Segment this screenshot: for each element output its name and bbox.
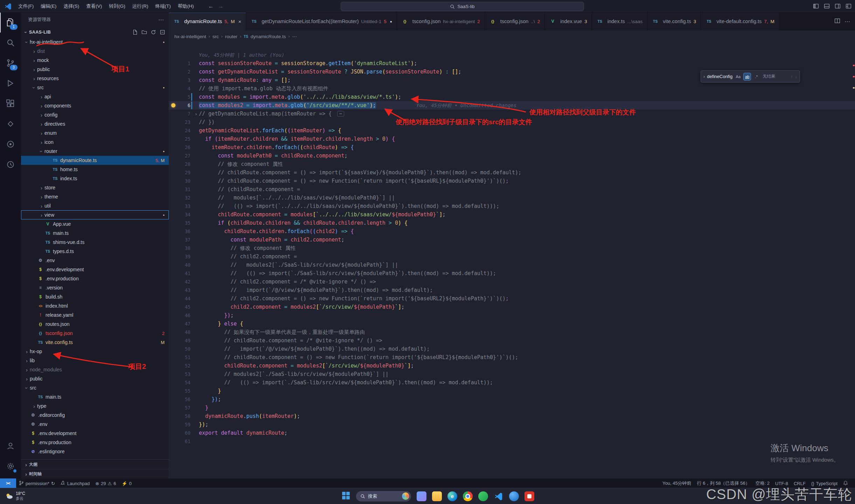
tree-folder-lib[interactable]: ›lib: [21, 356, 169, 365]
status-blame[interactable]: You, 45分钟前: [660, 478, 694, 488]
code-line[interactable]: 50 // import(`/@/view/${modulePath0}`).t…: [169, 345, 855, 353]
tab-tsconfig.json[interactable]: {}tsconfig.json..\2: [485, 12, 545, 30]
tree-folder-directives[interactable]: ›directives: [21, 119, 169, 128]
tree-file-.env.development[interactable]: $.env.development: [21, 429, 169, 438]
code-line[interactable]: 6const modules2 = import.meta.glob('/src…: [169, 101, 855, 110]
tree-folder-node_modules[interactable]: ›node_modules: [21, 365, 169, 374]
tree-folder-public[interactable]: ›public: [21, 65, 169, 74]
code-line[interactable]: 5const modules = import.meta.glob('../..…: [169, 93, 855, 101]
code-line[interactable]: 58 dynamicRoute.push(itemRouter);: [169, 412, 855, 420]
code-line[interactable]: 53 // modules2[`./SaaS-lib/src/view/${mo…: [169, 370, 855, 378]
status-cursor-position[interactable]: 行 6，列 58（已选择 56）: [694, 478, 753, 488]
menu-查看(V)[interactable]: 查看(V): [83, 0, 105, 12]
taskbar-app-vscode[interactable]: [494, 491, 503, 501]
status-notifications[interactable]: [840, 478, 851, 488]
tree-folder-mock[interactable]: ›mock: [21, 56, 169, 65]
tree-file-.env.development[interactable]: $.env.development: [21, 265, 169, 274]
explorer-more-actions-icon[interactable]: ⋯: [158, 16, 164, 23]
tree-file-.env.production[interactable]: $.env.production: [21, 438, 169, 447]
code-line[interactable]: 49 // childRoute.component = /* @vite-ig…: [169, 336, 855, 345]
tree-file-.env.production[interactable]: $.env.production: [21, 274, 169, 283]
remote-indicator[interactable]: ><: [0, 478, 16, 488]
breadcrumb-item[interactable]: router: [225, 34, 237, 39]
code-line[interactable]: 33 // (() => import(`../../../lib/saas/v…: [169, 202, 855, 210]
taskbar-app-file-explorer[interactable]: [432, 491, 442, 501]
tree-file-types.d.ts[interactable]: TStypes.d.ts: [21, 247, 169, 256]
breadcrumb-item[interactable]: dynamicRoute.ts: [251, 34, 286, 39]
code-line[interactable]: 4// 使用 import.meta.glob 动态导入所有视图组件: [169, 84, 855, 93]
tree-folder-hx-op[interactable]: ›hx-op: [21, 347, 169, 356]
tree-file-routes.json[interactable]: {}routes.json: [21, 320, 169, 329]
taskbar-app-app-b[interactable]: [509, 491, 519, 501]
menu-选择(S)[interactable]: 选择(S): [60, 0, 83, 12]
code-line[interactable]: 29 // childRoute.component = () => impor…: [169, 168, 855, 177]
fold-icon[interactable]: ›: [193, 111, 199, 117]
code-line[interactable]: 45 child2.component = modules2[`/src/vie…: [169, 303, 855, 311]
code-line[interactable]: 55 }: [169, 387, 855, 395]
toggle-sidebar-icon[interactable]: [813, 3, 819, 9]
back-icon[interactable]: ←: [207, 3, 216, 9]
menu-帮助(H)[interactable]: 帮助(H): [174, 0, 197, 12]
match-case-icon[interactable]: Aa: [735, 73, 742, 80]
taskbar-app-app-c[interactable]: [524, 491, 534, 501]
tab-index.ts[interactable]: TSindex.ts...\saas: [592, 12, 648, 30]
menu-终端(T)[interactable]: 终端(T): [152, 0, 174, 12]
code-line[interactable]: 32 // modules[`../../../lib/saas/view/${…: [169, 194, 855, 202]
tree-file-.eslintignore[interactable]: ⊘.eslintignore: [21, 447, 169, 456]
toggle-panel-icon[interactable]: [824, 3, 830, 9]
workspace-header[interactable]: › SAAS-LIB: [21, 27, 169, 37]
code-line[interactable]: 25 if (itemRouter.children && itemRouter…: [169, 135, 855, 143]
code-line[interactable]: 43 // import(`/@/view/${modulePath}`).th…: [169, 286, 855, 294]
tree-folder-src[interactable]: ›src●: [21, 83, 169, 92]
tree-folder-util[interactable]: ›util: [21, 201, 169, 210]
code-line[interactable]: 7›// getDynamicRouteList.map(itemRouter …: [169, 110, 855, 118]
activity-extension-a-icon[interactable]: [0, 114, 21, 134]
folded-code-indicator[interactable]: ⋯: [337, 111, 344, 117]
code-line[interactable]: 47 } else {: [169, 320, 855, 328]
code-line[interactable]: 56 });: [169, 395, 855, 404]
tree-folder-theme[interactable]: ›theme: [21, 192, 169, 201]
code-line[interactable]: 35 if (childRoute.children && childRoute…: [169, 219, 855, 227]
status-problems[interactable]: ⊗29⚠6: [92, 478, 119, 488]
overview-ruler[interactable]: [853, 42, 855, 478]
tree-folder-components[interactable]: ›components: [21, 101, 169, 110]
close-icon[interactable]: ×: [238, 19, 242, 24]
tree-file-build.sh[interactable]: $build.sh: [21, 292, 169, 301]
code-line[interactable]: 60export default dynamicRoute;: [169, 429, 855, 437]
status-indentation[interactable]: 空格: 2: [753, 478, 772, 488]
activity-extension-b-icon[interactable]: [0, 134, 21, 154]
tree-file-main.ts[interactable]: TSmain.ts: [21, 229, 169, 238]
customize-layout-icon[interactable]: [846, 3, 851, 9]
status-eol[interactable]: CRLF: [791, 478, 808, 488]
find-next-icon[interactable]: ↓: [795, 74, 798, 79]
section-大纲[interactable]: ›大纲: [21, 460, 169, 469]
code-line[interactable]: 48 // 如果没有下一级菜单代表是一级，重新处理一级菜单路由: [169, 328, 855, 336]
toggle-secondary-sidebar-icon[interactable]: [835, 3, 841, 9]
activity-search-icon[interactable]: [0, 33, 21, 53]
taskbar-app-app-a[interactable]: [478, 491, 488, 501]
start-button[interactable]: [341, 491, 350, 502]
activity-accounts-icon[interactable]: [0, 436, 21, 456]
taskbar-app-edge[interactable]: e: [447, 491, 457, 501]
tree-folder-src[interactable]: ›src: [21, 383, 169, 392]
code-line[interactable]: 61: [169, 437, 855, 446]
code-line[interactable]: 42 // child2.component = /* @vite-ignore…: [169, 278, 855, 286]
section-时间轴[interactable]: ›时间轴: [21, 469, 169, 478]
tree-file-main.ts[interactable]: TSmain.ts: [21, 392, 169, 401]
tree-file-shims-vue.d.ts[interactable]: TSshims-vue.d.ts: [21, 238, 169, 247]
refresh-icon[interactable]: [151, 29, 156, 35]
tree-file-dynamicRoute.ts[interactable]: TSdynamicRoute.ts5,M: [21, 156, 169, 165]
find-input[interactable]: defineConfig: [707, 74, 732, 79]
code-line[interactable]: 40 // modules2[`./SaaS-lib/src/view/${mo…: [169, 261, 855, 269]
new-file-icon[interactable]: [132, 29, 138, 35]
code-line[interactable]: 23// }): [169, 118, 855, 126]
taskbar-app-widgets[interactable]: [417, 491, 426, 501]
tree-folder-type[interactable]: ›type: [21, 401, 169, 411]
find-expand-icon[interactable]: ›: [703, 74, 705, 79]
weather-widget[interactable]: 18°C 多云: [0, 491, 25, 500]
tree-folder-icon[interactable]: ›icon: [21, 138, 169, 147]
code-line[interactable]: 51 // childRoute.component = () => new F…: [169, 353, 855, 362]
tree-folder-store[interactable]: ›store: [21, 183, 169, 192]
more-actions-icon[interactable]: ⋯: [844, 18, 850, 25]
tree-file-home.ts[interactable]: TShome.ts: [21, 165, 169, 174]
